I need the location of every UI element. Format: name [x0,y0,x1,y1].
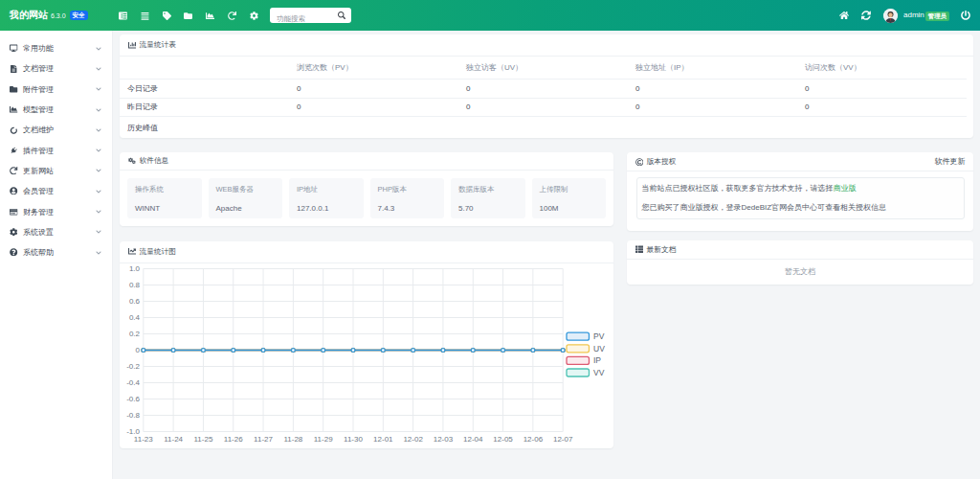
svg-text:12-02: 12-02 [403,435,423,444]
safe-badge: 安全 [70,11,88,21]
traffic-chart-header: 流量统计图 [120,241,613,263]
card-value: 7.4.3 [378,204,437,213]
sidebar-item-label: 插件管理 [23,146,54,156]
username[interactable]: admin [903,0,924,31]
sidebar-item-插件管理[interactable]: 插件管理 [0,140,112,160]
sidebar-item-文档管理[interactable]: 文档管理 [0,58,112,79]
question-circle-icon [10,248,18,257]
sidebar-item-更新网站[interactable]: 更新网站 [0,161,112,181]
search-box [270,8,351,23]
traffic-line-chart: -1.0-0.8-0.6-0.4-0.200.20.40.60.81.011-2… [120,263,613,447]
copyright-icon [635,158,644,167]
version-label: 6.3.0 [51,12,66,19]
sidebar-item-系统帮助[interactable]: 系统帮助 [0,242,112,262]
sidebar-item-label: 系统设置 [23,227,54,238]
svg-text:1.0: 1.0 [129,264,141,273]
power-icon[interactable] [961,11,970,20]
svg-text:0: 0 [136,346,141,354]
svg-text:11-29: 11-29 [314,435,333,444]
tag-icon[interactable] [163,11,171,20]
latest-docs-header: 最新文档 [627,240,973,260]
table-row: 昨日记录 0 0 0 0 [120,99,967,118]
svg-text:11-23: 11-23 [134,435,153,444]
sidebar-item-label: 更新网站 [23,166,54,176]
sidebar-item-label: 文档管理 [23,63,54,74]
svg-text:0.8: 0.8 [129,281,141,289]
search-icon[interactable] [338,11,345,19]
svg-text:-0.4: -0.4 [126,378,140,387]
table-row: 今日记录 0 0 0 0 [120,80,967,99]
card-value: 100M [540,204,599,213]
license-line-2: 您已购买了商业版授权，登录DedeBIZ官网会员中心可查看相关授权信息 [642,198,959,217]
cog-icon[interactable] [250,11,258,20]
cell-value: 0 [797,103,967,111]
sidebar: 常用功能文档管理附件管理模型管理文档维护插件管理更新网站会员管理财务管理系统设置… [0,31,113,479]
sidebar-item-文档维护[interactable]: 文档维护 [0,120,112,140]
card-label: PHP版本 [378,185,437,194]
chart-bar-icon [128,41,137,50]
home-icon[interactable] [839,11,849,20]
redo-icon [10,167,18,175]
software-update-link[interactable]: 软件更新 [935,156,966,167]
chevron-down-icon [96,148,101,153]
site-title[interactable]: 我的网站 [10,9,48,22]
folder-icon [10,85,18,94]
svg-text:11-28: 11-28 [283,435,302,444]
sidebar-item-会员管理[interactable]: 会员管理 [0,181,112,201]
license-box: 当前站点已授权社区版，获取更多官方技术支持，请选择商业版 您已购买了商业版授权，… [636,177,965,219]
svg-text:IP: IP [593,355,601,365]
software-cards: 操作系统WINNTWEB服务器ApacheIP地址127.0.0.1PHP版本7… [120,171,613,226]
redo-icon[interactable] [228,11,236,20]
svg-text:12-04: 12-04 [463,435,483,444]
sidebar-item-财务管理[interactable]: 财务管理 [0,201,112,221]
cell-value: 0 [289,103,458,111]
svg-text:12-06: 12-06 [523,435,544,444]
chevron-down-icon [96,66,101,72]
software-card-IP地址: IP地址127.0.0.1 [289,178,364,218]
svg-text:VV: VV [593,368,605,377]
table-row: 历史峰值 [120,117,967,138]
bars-icon[interactable] [141,11,149,20]
cell-value: 0 [628,84,797,93]
svg-text:12-07: 12-07 [553,435,573,444]
chevron-down-icon [96,209,101,215]
traffic-stats-table: 浏览次数（PV） 独立访客（UV） 独立地址（IP） 访问次数（VV） 今日记录… [120,57,973,138]
list-alt-icon[interactable] [119,11,127,20]
avatar-image [883,9,898,23]
user-circle-icon [10,187,18,195]
sidebar-item-模型管理[interactable]: 模型管理 [0,100,112,120]
traffic-stats-panel: 流量统计表 浏览次数（PV） 独立访客（UV） 独立地址（IP） 访问次数（VV… [120,34,973,138]
sidebar-menu: 常用功能文档管理附件管理模型管理文档维护插件管理更新网站会员管理财务管理系统设置… [0,31,112,262]
license-title: 版本授权 [647,157,677,167]
table-header-cell: 浏览次数（PV） [289,62,458,73]
card-value: 127.0.0.1 [297,204,356,213]
sidebar-item-label: 附件管理 [23,84,54,95]
latest-docs-title: 最新文档 [647,245,677,255]
software-card-数据库版本: 数据库版本5.70 [451,178,525,218]
software-card-上传限制: 上传限制100M [532,178,607,218]
chart-area-icon[interactable] [206,11,214,20]
refresh-icon[interactable] [861,11,871,20]
folder-icon[interactable] [184,11,192,20]
sidebar-item-常用功能[interactable]: 常用功能 [0,38,112,58]
software-info-panel: 软件信息 操作系统WINNTWEB服务器ApacheIP地址127.0.0.1P… [120,152,613,226]
cell-value: 0 [289,84,458,93]
sidebar-item-附件管理[interactable]: 附件管理 [0,80,112,100]
cell-value: 0 [628,103,797,111]
svg-text:11-27: 11-27 [254,435,273,444]
svg-text:12-05: 12-05 [493,435,513,444]
avatar[interactable] [883,9,898,23]
table-header-cell: 独立访客（UV） [458,62,628,73]
software-card-WEB服务器: WEB服务器Apache [209,178,283,218]
sidebar-item-label: 财务管理 [23,207,54,217]
no-docs-text: 暂无文档 [627,260,973,284]
sidebar-item-系统设置[interactable]: 系统设置 [0,222,112,242]
license-line-1-text: 当前站点已授权社区版，获取更多官方技术支持，请选择 [642,184,834,193]
credit-card-icon [10,208,18,217]
chevron-down-icon [96,168,101,173]
cogs-icon [128,157,137,166]
card-label: 上传限制 [540,185,599,194]
business-edition-link[interactable]: 商业版 [834,184,857,193]
sidebar-item-label: 会员管理 [23,186,54,196]
plug-icon [10,147,18,155]
